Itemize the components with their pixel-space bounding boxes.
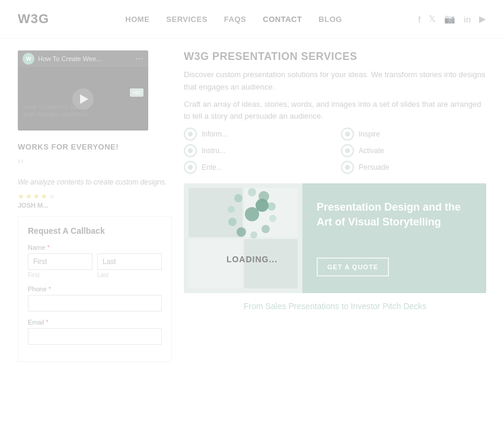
loading-container: LOADING... [219,182,285,264]
svg-point-4 [261,225,270,233]
svg-point-11 [256,199,269,212]
svg-point-5 [250,231,257,239]
svg-point-3 [269,215,276,222]
loading-overlay: LOADING... [0,0,504,445]
svg-point-2 [267,202,276,211]
svg-point-8 [228,206,235,213]
spinner-svg [219,182,285,247]
svg-point-0 [248,188,256,196]
svg-point-6 [237,227,246,237]
loading-text: LOADING... [227,255,277,264]
svg-point-9 [234,194,243,202]
svg-point-7 [228,218,237,226]
